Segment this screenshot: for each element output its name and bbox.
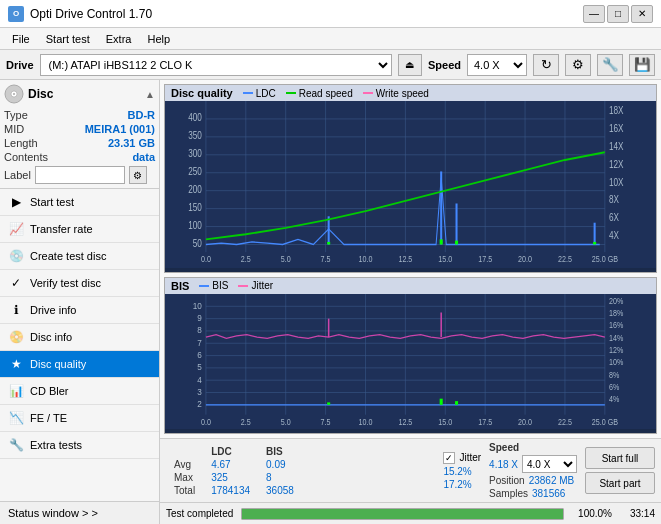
svg-text:10.0: 10.0 [359, 255, 373, 265]
save-button[interactable]: 💾 [629, 54, 655, 76]
svg-text:200: 200 [188, 184, 202, 195]
title-bar-controls: — □ ✕ [583, 5, 653, 23]
sidebar-item-fe-te[interactable]: 📉 FE / TE [0, 405, 159, 432]
refresh-button[interactable]: ↻ [533, 54, 559, 76]
start-buttons: Start full Start part [585, 447, 655, 494]
svg-text:22.5: 22.5 [558, 416, 572, 426]
minimize-button[interactable]: — [583, 5, 605, 23]
progress-text: 100.0% [572, 508, 612, 519]
svg-text:16X: 16X [609, 123, 624, 134]
legend-jitter: Jitter [238, 280, 273, 291]
jitter-max-row: 17.2% [443, 479, 481, 490]
sidebar-item-verify-test-disc[interactable]: ✓ Verify test disc [0, 270, 159, 297]
menu-start-test[interactable]: Start test [38, 31, 98, 47]
svg-text:100: 100 [188, 220, 202, 231]
status-window-button[interactable]: Status window > > [0, 501, 159, 524]
close-button[interactable]: ✕ [631, 5, 653, 23]
sidebar-item-drive-info[interactable]: ℹ Drive info [0, 297, 159, 324]
svg-text:20.0: 20.0 [518, 416, 532, 426]
svg-text:17.5: 17.5 [478, 255, 492, 265]
sidebar-item-cd-bler[interactable]: 📊 CD Bler [0, 378, 159, 405]
read-speed-legend-dot [286, 92, 296, 94]
sidebar-item-disc-quality[interactable]: ★ Disc quality [0, 351, 159, 378]
drive-info-icon: ℹ [8, 302, 24, 318]
svg-text:18X: 18X [609, 105, 624, 116]
disc-header: Disc ▲ [4, 84, 155, 104]
settings-button1[interactable]: ⚙ [565, 54, 591, 76]
settings-button2[interactable]: 🔧 [597, 54, 623, 76]
bottom-chart-panel: BIS BIS Jitter [164, 277, 657, 434]
eject-button[interactable]: ⏏ [398, 54, 422, 76]
jitter-checkbox[interactable]: ✓ [443, 452, 455, 464]
write-speed-legend-label: Write speed [376, 88, 429, 99]
bottom-chart-svg: 10 9 8 7 6 5 4 3 2 20% 18% 16% 14% [165, 294, 656, 429]
disc-label-input[interactable] [35, 166, 125, 184]
sidebar-item-disc-info[interactable]: 📀 Disc info [0, 324, 159, 351]
drive-select[interactable]: (M:) ATAPI iHBS112 2 CLO K [40, 54, 392, 76]
menu-extra[interactable]: Extra [98, 31, 140, 47]
max-ldc-value: 325 [203, 471, 258, 484]
main-content: Disc quality LDC Read speed Write speed [160, 80, 661, 524]
speed-display-select[interactable]: 4.0 X [522, 455, 577, 473]
svg-text:12.5: 12.5 [398, 416, 412, 426]
jitter-legend-label: Jitter [251, 280, 273, 291]
disc-mid-label: MID [4, 123, 24, 135]
sidebar-item-label-disc-quality: Disc quality [30, 358, 86, 370]
svg-text:400: 400 [188, 113, 202, 124]
menu-file[interactable]: File [4, 31, 38, 47]
svg-text:8: 8 [197, 324, 202, 335]
svg-point-2 [13, 93, 15, 95]
legend-ldc: LDC [243, 88, 276, 99]
ldc-header [166, 445, 203, 458]
svg-text:3: 3 [197, 386, 202, 397]
disc-label-btn[interactable]: ⚙ [129, 166, 147, 184]
jitter-label: Jitter [459, 452, 481, 463]
svg-text:5.0: 5.0 [281, 416, 291, 426]
sidebar-item-extra-tests[interactable]: 🔧 Extra tests [0, 432, 159, 459]
title-bar: O Opti Drive Control 1.70 — □ ✕ [0, 0, 661, 28]
sidebar-item-label-create-test-disc: Create test disc [30, 250, 106, 262]
sidebar-item-create-test-disc[interactable]: 💿 Create test disc [0, 243, 159, 270]
svg-text:25.0 GB: 25.0 GB [592, 255, 618, 265]
svg-text:10%: 10% [609, 357, 623, 367]
menu-help[interactable]: Help [139, 31, 178, 47]
svg-text:6%: 6% [609, 382, 619, 392]
disc-label-row: Label ⚙ [4, 166, 155, 184]
start-full-button[interactable]: Start full [585, 447, 655, 469]
sidebar-item-transfer-rate[interactable]: 📈 Transfer rate [0, 216, 159, 243]
left-panel: Disc ▲ Type BD-R MID MEIRA1 (001) Length… [0, 80, 160, 524]
max-bis-value: 8 [258, 471, 302, 484]
drive-label: Drive [6, 59, 34, 71]
jitter-checkbox-row: ✓ Jitter [443, 452, 481, 464]
top-chart-header: Disc quality LDC Read speed Write speed [165, 85, 656, 101]
status-bar: Test completed 100.0% 33:14 [160, 502, 661, 524]
sidebar-item-label-start-test: Start test [30, 196, 74, 208]
speed-select[interactable]: 4.0 X 1.0 X 2.0 X 8.0 X [467, 54, 527, 76]
disc-length-label: Length [4, 137, 38, 149]
svg-text:250: 250 [188, 166, 202, 177]
speed-position-section: Speed 4.18 X 4.0 X Position 23862 MB Sam… [489, 442, 577, 499]
legend-read-speed: Read speed [286, 88, 353, 99]
disc-quality-icon: ★ [8, 356, 24, 372]
jitter-max-value: 17.2% [443, 479, 471, 490]
disc-contents-label: Contents [4, 151, 48, 163]
sidebar-item-start-test[interactable]: ▶ Start test [0, 189, 159, 216]
disc-expand-icon[interactable]: ▲ [145, 89, 155, 100]
bottom-chart-title: BIS [171, 280, 189, 292]
disc-mid-value: MEIRA1 (001) [85, 123, 155, 135]
svg-text:10: 10 [193, 300, 202, 311]
svg-text:17.5: 17.5 [478, 416, 492, 426]
bottom-toolbar: LDC BIS Avg 4.67 0.09 Max 325 8 Total [160, 438, 661, 502]
drive-toolbar: Drive (M:) ATAPI iHBS112 2 CLO K ⏏ Speed… [0, 50, 661, 80]
maximize-button[interactable]: □ [607, 5, 629, 23]
svg-text:14%: 14% [609, 333, 623, 343]
start-part-button[interactable]: Start part [585, 472, 655, 494]
disc-type-label: Type [4, 109, 28, 121]
top-chart-title: Disc quality [171, 87, 233, 99]
verify-test-disc-icon: ✓ [8, 275, 24, 291]
main-layout: Disc ▲ Type BD-R MID MEIRA1 (001) Length… [0, 80, 661, 524]
sidebar-item-label-disc-info: Disc info [30, 331, 72, 343]
svg-text:5.0: 5.0 [281, 255, 291, 265]
svg-text:15.0: 15.0 [438, 255, 452, 265]
svg-text:25.0 GB: 25.0 GB [592, 416, 618, 426]
